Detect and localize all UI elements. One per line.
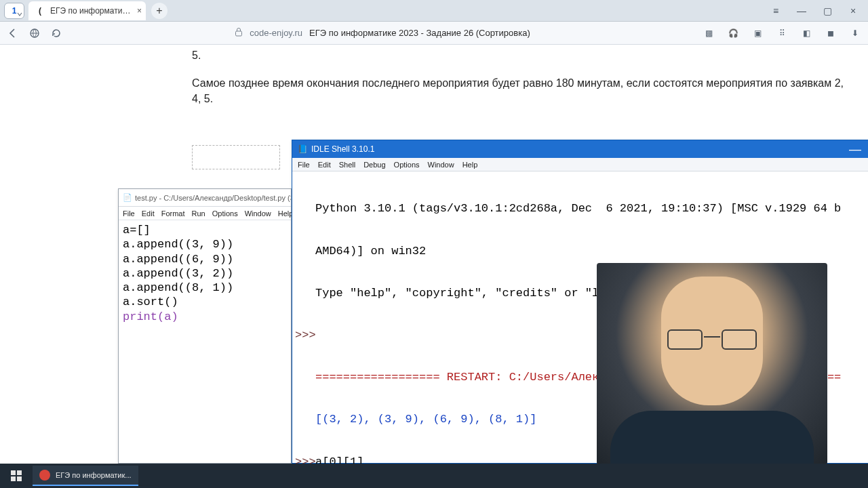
extensions-icon[interactable]: ⠿: [776, 27, 788, 39]
menu-window[interactable]: Window: [428, 161, 454, 169]
article-paragraph: Самое позднее время окончания последнего…: [192, 75, 848, 106]
menu-run[interactable]: Run: [192, 209, 205, 218]
page-content: 5. Самое позднее время окончания последн…: [0, 45, 868, 464]
yandex-icon: [39, 470, 50, 481]
tab-favicon: (: [35, 6, 45, 16]
menu-debug[interactable]: Debug: [363, 161, 385, 169]
menu-window[interactable]: Window: [245, 209, 271, 218]
menu-help[interactable]: Help: [278, 209, 294, 218]
url-text[interactable]: code-enjoy.ru: [250, 28, 302, 38]
editor-titlebar[interactable]: 📄 test.py - C:/Users/Александр/Desktop/t…: [119, 189, 291, 207]
python-file-icon: 📄: [123, 193, 132, 203]
downloads-icon[interactable]: ⬇: [849, 27, 861, 39]
shield-icon[interactable]: ▣: [751, 27, 764, 39]
editor-menubar: File Edit Format Run Options Window Help: [119, 207, 291, 220]
window-controls: ≡ — ▢ ×: [770, 5, 868, 16]
shell-menubar: File Edit Shell Debug Options Window Hel…: [292, 158, 868, 171]
menu-options[interactable]: Options: [212, 209, 238, 218]
new-tab-button[interactable]: +: [151, 3, 167, 19]
editor-window: 📄 test.py - C:/Users/Александр/Desktop/t…: [118, 188, 292, 464]
menu-icon[interactable]: ≡: [770, 5, 781, 16]
minimize-icon[interactable]: —: [796, 5, 807, 16]
shell-titlebar[interactable]: 📘 IDLE Shell 3.10.1 —: [292, 140, 868, 158]
svg-rect-4: [11, 476, 16, 481]
menu-file[interactable]: File: [123, 209, 135, 218]
tab-count-badge[interactable]: 1: [4, 3, 24, 19]
start-button[interactable]: [4, 466, 28, 486]
close-window-icon[interactable]: ×: [848, 5, 859, 16]
maximize-icon[interactable]: ▢: [822, 5, 833, 16]
qr-icon[interactable]: ▩: [703, 27, 715, 39]
svg-rect-2: [11, 470, 16, 475]
menu-options[interactable]: Options: [394, 161, 420, 169]
editor-title: test.py - C:/Users/Александр/Desktop/tes…: [135, 194, 291, 202]
webcam-overlay: [597, 263, 827, 465]
reload-icon[interactable]: [50, 27, 62, 39]
taskbar-app-browser[interactable]: ЕГЭ по информатик...: [33, 466, 138, 486]
editor-code[interactable]: a=[] a.append((3, 9)) a.append((6, 9)) a…: [119, 220, 291, 327]
menu-help[interactable]: Help: [462, 161, 478, 169]
article: 5. Самое позднее время окончания последн…: [192, 45, 848, 107]
close-icon[interactable]: ×: [137, 6, 142, 16]
sidebar-icon[interactable]: ◧: [800, 27, 812, 39]
svg-rect-1: [236, 31, 242, 36]
globe-icon[interactable]: [28, 27, 41, 39]
menu-edit[interactable]: Edit: [318, 161, 331, 169]
address-bar: code-enjoy.ru ЕГЭ по информатике 2023 - …: [0, 22, 868, 45]
menu-file[interactable]: File: [298, 161, 310, 169]
shell-title: IDLE Shell 3.10.1: [311, 144, 374, 154]
tab-title: ЕГЭ по информатике 20: [50, 6, 132, 16]
menu-shell[interactable]: Shell: [339, 161, 355, 169]
browser-tabstrip: 1 ( ЕГЭ по информатике 20 × + ≡ — ▢ ×: [0, 0, 868, 22]
svg-rect-5: [17, 476, 22, 481]
browser-tab[interactable]: ( ЕГЭ по информатике 20 ×: [28, 1, 146, 20]
taskbar: ЕГЭ по информатик...: [0, 464, 868, 488]
tab-count: 1: [12, 6, 17, 16]
idle-icon: 📘: [298, 144, 307, 154]
headphones-icon[interactable]: 🎧: [727, 27, 739, 39]
svg-rect-3: [17, 470, 22, 475]
answer-input-box[interactable]: [192, 145, 280, 169]
page-title: ЕГЭ по информатике 2023 - Задание 26 (Со…: [309, 28, 530, 38]
bookmark-icon[interactable]: ◼: [825, 27, 837, 39]
taskbar-app-label: ЕГЭ по информатик...: [56, 471, 132, 479]
lock-icon[interactable]: [235, 27, 243, 39]
back-icon[interactable]: [7, 27, 19, 39]
list-number: 5.: [192, 47, 848, 63]
menu-edit[interactable]: Edit: [142, 209, 155, 218]
prompt: >>>: [294, 329, 315, 343]
menu-format[interactable]: Format: [161, 209, 185, 218]
